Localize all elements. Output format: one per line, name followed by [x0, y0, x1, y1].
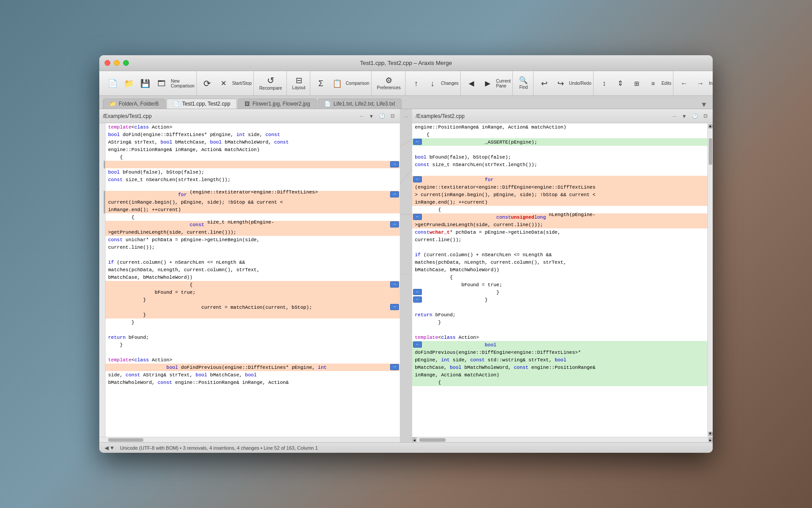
code-line-20: matches(pchData, nLength, current.column… — [105, 266, 400, 273]
right-pane-actions: ··· ▼ 🕐 ⊡ — [671, 112, 709, 120]
comparison-sigma-button[interactable]: Σ — [313, 78, 329, 89]
right-pane-history[interactable]: 🕐 — [690, 112, 700, 120]
r-code-line-24: } ← — [412, 296, 707, 303]
left-pane-header: /Examples/Test1.cpp ··· ▼ 🕐 ⊡ — [99, 109, 400, 123]
tab-test[interactable]: 📄 Test1.cpp, Test2.cpp — [166, 99, 237, 109]
left-pane-history[interactable]: 🕐 — [377, 112, 387, 120]
hscroll-right-btn[interactable]: ▶ — [708, 437, 713, 442]
refresh-icon: ⟳ — [203, 79, 211, 88]
left-pane-path: /Examples/Test1.cpp — [103, 113, 356, 119]
right-pane-dropdown[interactable]: ▼ — [680, 113, 688, 120]
right-vscroll-up[interactable]: ▲ — [708, 124, 713, 129]
right-pane: /Examples/Test2.cpp ··· ▼ 🕐 ⊡ engine::Po… — [412, 109, 713, 442]
undo-button[interactable]: ↩ — [536, 78, 552, 89]
tab-folder[interactable]: 📁 FolderA, FolderB — [103, 99, 165, 109]
r-merge-btn-1[interactable]: ← — [413, 139, 422, 145]
merge-btn-1[interactable]: → — [390, 161, 399, 167]
right-code-area: engine::PositionRange& inRange, Action& … — [412, 123, 713, 442]
left-pane-dropdown[interactable]: ▼ — [367, 113, 376, 120]
r-code-line-34: inRange, Action& matchAction) — [412, 371, 707, 379]
find-button[interactable]: 🔍 Find — [515, 75, 531, 91]
recompare-button[interactable]: ↺ Recompare — [256, 74, 285, 92]
next-pane-button[interactable]: ▶ — [480, 78, 496, 89]
right-code-lines[interactable]: engine::PositionRange& inRange, Action& … — [412, 123, 707, 437]
code-line-16: const unichar* pchData = pEngine->getLin… — [105, 236, 400, 243]
recompare-label: Recompare — [259, 86, 282, 91]
edits-btn2[interactable]: ⇕ — [613, 78, 628, 89]
right-pane-menu-btn[interactable]: ··· — [671, 113, 678, 120]
hscroll-left-btn[interactable]: ◀ — [412, 437, 417, 442]
r-merge-btn-2[interactable]: ← — [413, 176, 422, 182]
indent-right-button[interactable]: → — [692, 78, 708, 89]
edits-btn3[interactable]: ⊞ — [629, 79, 645, 88]
right-vscroll-track[interactable] — [708, 129, 713, 431]
undo-icon: ↩ — [541, 80, 548, 87]
merge-btn-6[interactable]: → — [390, 364, 399, 370]
preferences-button[interactable]: ⚙ Preferences — [374, 75, 403, 92]
traffic-lights — [105, 60, 129, 66]
r-code-line-5: bool bFound(false), bStop(false); — [412, 153, 707, 161]
right-hscroll-thumb[interactable] — [419, 438, 446, 442]
left-pane-menu-btn[interactable]: ··· — [358, 113, 365, 120]
folder-icon: 📁 — [124, 80, 134, 87]
right-hscroll[interactable]: ◀ ▶ — [412, 437, 713, 442]
next-arrow[interactable]: ▼ — [109, 445, 115, 451]
diff-connector-svg — [400, 109, 412, 442]
merge-btn-4[interactable]: → — [390, 281, 399, 288]
edits-btn1[interactable]: ↕ — [596, 78, 612, 89]
save-button[interactable]: 💾 — [137, 78, 153, 89]
indent-left-button[interactable]: ← — [676, 78, 692, 89]
changes-label: Changes — [441, 81, 459, 86]
tab-flower[interactable]: 🖼 Flower1.jpg, Flower2.jpg — [238, 99, 317, 109]
r-merge-btn-4b[interactable]: ← — [413, 296, 422, 303]
stop-button[interactable]: ✕ — [216, 78, 232, 89]
right-pane-settings[interactable]: ⊡ — [702, 112, 709, 120]
gutter-m8 — [99, 176, 105, 183]
next-change-button[interactable]: ↓ — [425, 78, 440, 89]
r-code-line-16: current.line()); — [412, 236, 707, 243]
edits-btn4[interactable]: ≡ — [645, 79, 661, 88]
right-vscroll-thumb[interactable] — [709, 138, 712, 165]
prev-change-button[interactable]: ↑ — [408, 78, 424, 89]
minimize-button[interactable] — [114, 60, 120, 66]
right-vscroll[interactable]: ▲ ▼ — [707, 123, 713, 437]
r-code-line-20: bMatchCase, bMatchWholeWord)) — [412, 266, 707, 273]
code-line-19: if (current.column() + nSearchLen <= nLe… — [105, 258, 400, 266]
start-stop-button[interactable]: ⟳ — [199, 77, 215, 90]
new-window-button[interactable]: 🗔 — [154, 78, 169, 89]
merge-btn-5[interactable]: → — [390, 304, 399, 310]
left-hscroll-thumb[interactable] — [108, 438, 143, 442]
r-code-line-19: matches(pchData, nLength, current.column… — [412, 258, 707, 266]
merge-btn-2[interactable]: → — [390, 191, 399, 197]
new-comparison-button[interactable]: 📄 — [105, 78, 120, 89]
code-line-12: inRange.end(); ++current) — [105, 206, 400, 213]
left-pane-settings[interactable]: ⊡ — [389, 112, 396, 120]
toolbar-group-startstop: ⟳ ✕ Start/Stop — [198, 71, 254, 95]
r-code-line-33: bMatchCase, bool bMatchWholeWord, const … — [412, 364, 707, 371]
code-line-30: } — [105, 341, 400, 349]
redo-button[interactable]: ↪ — [553, 78, 568, 89]
open-folder-button[interactable]: 📁 — [121, 78, 137, 89]
tabs-overflow-button[interactable]: ▼ — [699, 101, 709, 109]
prev-pane-button[interactable]: ◀ — [463, 78, 479, 89]
right-pane-header: /Examples/Test2.cpp ··· ▼ 🕐 ⊡ — [412, 109, 713, 123]
close-button[interactable] — [105, 60, 110, 66]
merge-btn-3[interactable]: → — [390, 221, 399, 227]
doc-icon: 📋 — [332, 80, 342, 87]
comparison-doc-button[interactable]: 📋 — [329, 78, 345, 89]
tab-life[interactable]: 📄 Life1.txt, Life2.txt, Life3.txt — [318, 99, 402, 109]
r-merge-btn-3[interactable]: ← — [413, 214, 422, 220]
layout-button[interactable]: ⊟ Layout — [289, 75, 308, 92]
indent-left-icon: ← — [680, 80, 688, 87]
right-lines-container: engine::PositionRange& inRange, Action& … — [412, 123, 707, 437]
prev-arrow[interactable]: ◀ — [105, 445, 109, 451]
r-merge-btn-5[interactable]: ← — [413, 341, 422, 348]
left-hscroll[interactable] — [99, 437, 400, 442]
code-line-35: bMatchWholeWord, const engine::PositionR… — [105, 379, 400, 386]
toolbar-group-pane: ◀ ▶ Current Pane — [462, 71, 513, 95]
right-vscroll-down[interactable]: ▼ — [708, 432, 713, 436]
maximize-button[interactable] — [123, 60, 129, 66]
r-code-line-13: const unsigned long nLength(pEngine- ← — [412, 213, 707, 221]
text-tab-icon: 📄 — [324, 101, 331, 107]
left-code-lines[interactable]: template<class Action> bool doFind(engin… — [105, 123, 400, 437]
